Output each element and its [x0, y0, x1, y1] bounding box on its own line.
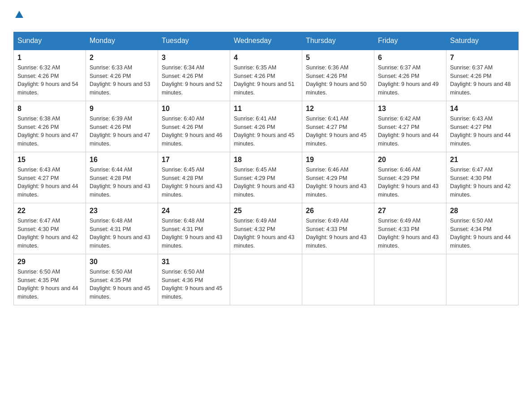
- calendar-cell: 31 Sunrise: 6:50 AMSunset: 4:36 PMDaylig…: [158, 254, 230, 305]
- day-number: 13: [378, 105, 442, 113]
- calendar-cell: 19 Sunrise: 6:46 AMSunset: 4:29 PMDaylig…: [302, 152, 374, 203]
- calendar-cell: [230, 254, 302, 305]
- day-info: Sunrise: 6:32 AMSunset: 4:26 PMDaylight:…: [17, 64, 78, 96]
- day-info: Sunrise: 6:37 AMSunset: 4:26 PMDaylight:…: [378, 64, 439, 96]
- calendar-cell: 25 Sunrise: 6:49 AMSunset: 4:32 PMDaylig…: [230, 203, 302, 254]
- day-info: Sunrise: 6:47 AMSunset: 4:30 PMDaylight:…: [17, 218, 78, 249]
- day-number: 6: [378, 54, 442, 62]
- day-info: Sunrise: 6:49 AMSunset: 4:33 PMDaylight:…: [378, 218, 439, 249]
- day-number: 31: [162, 258, 226, 266]
- calendar-cell: 11 Sunrise: 6:41 AMSunset: 4:26 PMDaylig…: [230, 101, 302, 152]
- calendar-cell: 26 Sunrise: 6:49 AMSunset: 4:33 PMDaylig…: [302, 203, 374, 254]
- day-info: Sunrise: 6:47 AMSunset: 4:30 PMDaylight:…: [450, 167, 511, 198]
- calendar-cell: 27 Sunrise: 6:49 AMSunset: 4:33 PMDaylig…: [374, 203, 446, 254]
- calendar-cell: 24 Sunrise: 6:48 AMSunset: 4:31 PMDaylig…: [158, 203, 230, 254]
- calendar-header-row: SundayMondayTuesdayWednesdayThursdayFrid…: [14, 32, 519, 50]
- day-info: Sunrise: 6:50 AMSunset: 4:36 PMDaylight:…: [162, 269, 223, 300]
- logo-triangle-icon: [14, 10, 24, 20]
- day-number: 3: [162, 54, 226, 62]
- day-number: 21: [450, 156, 515, 164]
- day-number: 28: [450, 207, 515, 215]
- calendar-cell: 21 Sunrise: 6:47 AMSunset: 4:30 PMDaylig…: [446, 152, 519, 203]
- day-info: Sunrise: 6:45 AMSunset: 4:29 PMDaylight:…: [234, 167, 295, 198]
- day-number: 23: [90, 207, 154, 215]
- day-number: 7: [450, 54, 515, 62]
- calendar-cell: 9 Sunrise: 6:39 AMSunset: 4:26 PMDayligh…: [86, 101, 158, 152]
- calendar-week-row: 29 Sunrise: 6:50 AMSunset: 4:35 PMDaylig…: [14, 254, 519, 305]
- day-info: Sunrise: 6:42 AMSunset: 4:27 PMDaylight:…: [378, 116, 439, 147]
- calendar-cell: 7 Sunrise: 6:37 AMSunset: 4:26 PMDayligh…: [446, 50, 519, 101]
- day-header-tuesday: Tuesday: [158, 32, 230, 50]
- calendar-week-row: 15 Sunrise: 6:43 AMSunset: 4:27 PMDaylig…: [14, 152, 519, 203]
- day-info: Sunrise: 6:40 AMSunset: 4:26 PMDaylight:…: [162, 116, 223, 147]
- calendar-week-row: 1 Sunrise: 6:32 AMSunset: 4:26 PMDayligh…: [14, 50, 519, 101]
- calendar-cell: 2 Sunrise: 6:33 AMSunset: 4:26 PMDayligh…: [86, 50, 158, 101]
- calendar-cell: [302, 254, 374, 305]
- calendar-cell: 20 Sunrise: 6:46 AMSunset: 4:29 PMDaylig…: [374, 152, 446, 203]
- calendar-cell: 10 Sunrise: 6:40 AMSunset: 4:26 PMDaylig…: [158, 101, 230, 152]
- calendar-cell: 23 Sunrise: 6:48 AMSunset: 4:31 PMDaylig…: [86, 203, 158, 254]
- calendar-cell: 30 Sunrise: 6:50 AMSunset: 4:35 PMDaylig…: [86, 254, 158, 305]
- svg-marker-0: [15, 11, 23, 18]
- day-number: 4: [234, 54, 298, 62]
- day-info: Sunrise: 6:33 AMSunset: 4:26 PMDaylight:…: [90, 64, 150, 96]
- day-info: Sunrise: 6:46 AMSunset: 4:29 PMDaylight:…: [378, 167, 439, 198]
- day-info: Sunrise: 6:45 AMSunset: 4:28 PMDaylight:…: [162, 167, 223, 198]
- calendar-cell: 4 Sunrise: 6:35 AMSunset: 4:26 PMDayligh…: [230, 50, 302, 101]
- calendar-cell: 28 Sunrise: 6:50 AMSunset: 4:34 PMDaylig…: [446, 203, 519, 254]
- day-number: 20: [378, 156, 442, 164]
- calendar-cell: 1 Sunrise: 6:32 AMSunset: 4:26 PMDayligh…: [14, 50, 86, 101]
- calendar-cell: [446, 254, 519, 305]
- day-info: Sunrise: 6:36 AMSunset: 4:26 PMDaylight:…: [306, 64, 367, 96]
- calendar-cell: [374, 254, 446, 305]
- day-number: 17: [162, 156, 226, 164]
- day-info: Sunrise: 6:48 AMSunset: 4:31 PMDaylight:…: [90, 218, 150, 249]
- day-number: 15: [17, 156, 82, 164]
- calendar-cell: 13 Sunrise: 6:42 AMSunset: 4:27 PMDaylig…: [374, 101, 446, 152]
- calendar-cell: 15 Sunrise: 6:43 AMSunset: 4:27 PMDaylig…: [14, 152, 86, 203]
- calendar-cell: 22 Sunrise: 6:47 AMSunset: 4:30 PMDaylig…: [14, 203, 86, 254]
- day-number: 2: [90, 54, 154, 62]
- calendar-cell: 16 Sunrise: 6:44 AMSunset: 4:28 PMDaylig…: [86, 152, 158, 203]
- day-number: 26: [306, 207, 370, 215]
- day-info: Sunrise: 6:34 AMSunset: 4:26 PMDaylight:…: [162, 64, 223, 96]
- day-number: 14: [450, 105, 515, 113]
- day-number: 1: [17, 54, 82, 62]
- calendar-cell: 14 Sunrise: 6:43 AMSunset: 4:27 PMDaylig…: [446, 101, 519, 152]
- page-header: [13, 9, 519, 23]
- day-info: Sunrise: 6:39 AMSunset: 4:26 PMDaylight:…: [90, 116, 150, 147]
- calendar-week-row: 8 Sunrise: 6:38 AMSunset: 4:26 PMDayligh…: [14, 101, 519, 152]
- day-number: 12: [306, 105, 370, 113]
- day-number: 19: [306, 156, 370, 164]
- logo: [13, 9, 24, 23]
- day-info: Sunrise: 6:50 AMSunset: 4:34 PMDaylight:…: [450, 218, 511, 249]
- day-info: Sunrise: 6:41 AMSunset: 4:27 PMDaylight:…: [306, 116, 367, 147]
- calendar-table: SundayMondayTuesdayWednesdayThursdayFrid…: [13, 32, 519, 305]
- day-number: 29: [17, 258, 82, 266]
- day-header-sunday: Sunday: [14, 32, 86, 50]
- day-header-thursday: Thursday: [302, 32, 374, 50]
- day-info: Sunrise: 6:43 AMSunset: 4:27 PMDaylight:…: [450, 116, 511, 147]
- day-header-monday: Monday: [86, 32, 158, 50]
- day-info: Sunrise: 6:46 AMSunset: 4:29 PMDaylight:…: [306, 167, 367, 198]
- day-info: Sunrise: 6:41 AMSunset: 4:26 PMDaylight:…: [234, 116, 295, 147]
- day-number: 11: [234, 105, 298, 113]
- calendar-cell: 18 Sunrise: 6:45 AMSunset: 4:29 PMDaylig…: [230, 152, 302, 203]
- day-number: 10: [162, 105, 226, 113]
- day-info: Sunrise: 6:49 AMSunset: 4:32 PMDaylight:…: [234, 218, 295, 249]
- calendar-cell: 29 Sunrise: 6:50 AMSunset: 4:35 PMDaylig…: [14, 254, 86, 305]
- calendar-cell: 8 Sunrise: 6:38 AMSunset: 4:26 PMDayligh…: [14, 101, 86, 152]
- day-header-friday: Friday: [374, 32, 446, 50]
- day-info: Sunrise: 6:49 AMSunset: 4:33 PMDaylight:…: [306, 218, 367, 249]
- day-info: Sunrise: 6:44 AMSunset: 4:28 PMDaylight:…: [90, 167, 150, 198]
- day-number: 25: [234, 207, 298, 215]
- day-info: Sunrise: 6:48 AMSunset: 4:31 PMDaylight:…: [162, 218, 223, 249]
- calendar-cell: 5 Sunrise: 6:36 AMSunset: 4:26 PMDayligh…: [302, 50, 374, 101]
- day-number: 22: [17, 207, 82, 215]
- day-number: 5: [306, 54, 370, 62]
- day-number: 9: [90, 105, 154, 113]
- day-info: Sunrise: 6:38 AMSunset: 4:26 PMDaylight:…: [17, 116, 78, 147]
- day-header-wednesday: Wednesday: [230, 32, 302, 50]
- day-info: Sunrise: 6:35 AMSunset: 4:26 PMDaylight:…: [234, 64, 295, 96]
- day-info: Sunrise: 6:50 AMSunset: 4:35 PMDaylight:…: [17, 269, 78, 300]
